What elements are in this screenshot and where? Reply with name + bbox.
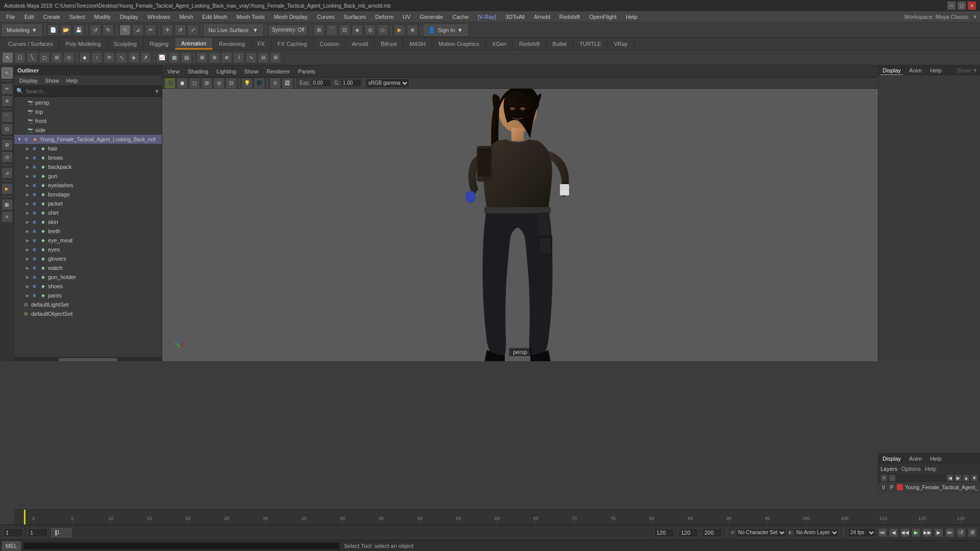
tab-rendering[interactable]: Rendering [213,38,252,49]
uv-mode-button[interactable]: ⊞ [51,52,62,63]
outliner-item-bondage[interactable]: ▶ ⊞ ◆ bondage [14,190,162,199]
show-manipulators[interactable]: ⊞ [2,139,13,151]
lasso-tool-button[interactable]: ⊿ [132,24,143,36]
menu-curves[interactable]: Curves [313,13,339,21]
ik-handle-button[interactable]: ⌇ [233,52,244,63]
mode-dropdown[interactable]: Modeling ▼ [2,24,42,36]
mute-key-button[interactable]: ✗ [140,52,152,63]
outliner-item-eye-meat[interactable]: ▶ ⊞ ◆ eye_meat [14,236,162,245]
viewport-menu-show[interactable]: Show [241,67,262,76]
layer-sub-options[interactable]: Options [901,466,921,472]
minimize-button[interactable]: ─ [947,2,955,10]
render-button[interactable]: ▶ [394,24,405,36]
tab-redshift[interactable]: Redshift [513,38,546,49]
vp-texture-icon[interactable]: 🖼 [282,78,293,89]
tab-animation[interactable]: Animation [175,38,213,49]
view-tool[interactable]: ◎ [2,152,13,163]
quick-layout-button[interactable]: ▦ [2,199,13,210]
outliner-item-shoes[interactable]: ▶ ⊞ ◆ shoes [14,282,162,291]
key-all-button[interactable]: ◆ [79,52,90,63]
snap-point-button[interactable]: ⊡ [339,24,350,36]
layer-scroll-right[interactable]: ▶ [954,474,962,482]
layer-scroll-down[interactable]: ▼ [971,474,978,482]
channel-box-button[interactable]: ≡ [2,211,13,222]
layer-add-button[interactable]: + [880,474,888,482]
end-frame-input[interactable] [654,528,674,537]
outliner-item-shirt[interactable]: ▶ ⊞ ◆ shirt [14,208,162,217]
menu-surfaces[interactable]: Surfaces [340,13,370,21]
layer-tab-help[interactable]: Help [928,455,944,463]
rotate-tool-button[interactable]: ↺ [175,24,186,36]
menu-mesh-display[interactable]: Mesh Display [270,13,312,21]
render-view-button[interactable]: ▶ [2,183,13,194]
tab-vray[interactable]: VRay [608,38,634,49]
loop-button[interactable]: ↺ [957,528,966,537]
face-mode-button[interactable]: ◻ [39,52,50,63]
menu-mesh-tools[interactable]: Mesh Tools [232,13,268,21]
select-tool-button[interactable]: ↖ [119,24,131,36]
symmetry-button[interactable]: Symmetry: Off [268,24,308,36]
fps-select[interactable]: 24 fps [848,528,876,537]
scale-tool-button[interactable]: ⤢ [187,24,199,36]
snap-live-button[interactable]: ◎ [364,24,376,36]
menu-openflight[interactable]: OpenFlight [585,13,621,21]
menu-select[interactable]: Select [65,13,89,21]
key-translate-button[interactable]: ↕ [91,52,103,63]
play-forward-button2[interactable]: ▶▶ [923,528,932,537]
menu-3dtoall[interactable]: 3DToAll [501,13,529,21]
viewport-canvas[interactable]: persp X Y Z [162,89,878,361]
menu-modify[interactable]: Modify [90,13,114,21]
outliner-item-main-group[interactable]: ▼ ⊞ ◈ Young_Female_Tactical_Agent_Lookin… [14,135,162,144]
tab-custom[interactable]: Custom [313,38,346,49]
new-scene-button[interactable]: 📄 [47,24,59,36]
outliner-item-watch[interactable]: ▶ ⊞ ◆ watch [14,263,162,272]
dope-sheet-button[interactable]: ▦ [168,52,180,63]
outliner-menu-display[interactable]: Display [16,77,41,85]
snap-button[interactable]: ⊿ [2,167,13,179]
tab-fx-caching[interactable]: FX Caching [272,38,313,49]
menu-help[interactable]: Help [622,13,642,21]
outliner-item-top[interactable]: 📷 top [14,107,162,116]
redo-button[interactable]: ↻ [103,24,114,36]
soft-select-button[interactable]: ⊙ [63,52,75,63]
select-tool[interactable]: ↖ [2,67,13,79]
outliner-item-persp[interactable]: 📷 persp [14,98,162,107]
menu-mesh[interactable]: Mesh [175,13,197,21]
outliner-item-eyelashes[interactable]: ▶ ⊞ ◆ eyelashes [14,181,162,190]
trax-editor-button[interactable]: ▤ [181,52,192,63]
outliner-item-brows[interactable]: ▶ ⊞ ◆ brows [14,153,162,162]
tab-curves-surfaces[interactable]: Curves / Surfaces [2,38,59,49]
key-scale-button[interactable]: ⤡ [116,52,127,63]
tab-mash[interactable]: MASH [403,38,432,49]
go-to-start-button[interactable]: ⏮ [878,528,887,537]
tab-motion-graphics[interactable]: Motion Graphics [432,38,486,49]
paint-tool[interactable]: ✏ [2,83,13,94]
outliner-item-pants[interactable]: ▶ ⊞ ◆ pants [14,291,162,300]
tab-bifrost[interactable]: Bifrost [375,38,403,49]
live-surface-dropdown[interactable]: No Live Surface ▼ [204,24,263,36]
outliner-item-default-object-set[interactable]: ⊙ defaultObjectSet [14,309,162,318]
tab-bullet[interactable]: Bullet [547,38,574,49]
vp-xray-icon[interactable]: ⊙ [270,78,281,89]
open-scene-button[interactable]: 📂 [60,24,71,36]
layer-scroll-up[interactable]: ▲ [963,474,970,482]
outliner-item-hair[interactable]: ▶ ⊞ ◆ hair [14,144,162,153]
outliner-item-teeth[interactable]: ▶ ⊞ ◆ teeth [14,227,162,236]
menu-redshift[interactable]: Redshift [555,13,584,21]
range-end-input[interactable] [702,528,722,537]
vp-lighting-icon[interactable]: 💡 [241,78,253,89]
vp-camera-icon[interactable]: 🎥 [164,78,176,89]
ipr-button[interactable]: ⊕ [407,24,418,36]
mel-python-toggle[interactable]: MEL [2,541,21,550]
outliner-item-skin[interactable]: ▶ ⊞ ◆ skin [14,217,162,227]
menu-windows[interactable]: Windows [143,13,175,21]
edge-mode-button[interactable]: ╲ [27,52,38,63]
key-rotate-button[interactable]: ⟳ [104,52,115,63]
menu-arnold[interactable]: Arnold [530,13,554,21]
constraint-point-button[interactable]: ⊕ [209,52,220,63]
viewport-menu-renderer[interactable]: Renderer [263,67,293,76]
close-button[interactable]: ✕ [968,2,976,10]
move-tool-button[interactable]: ✛ [162,24,173,36]
save-scene-button[interactable]: 💾 [73,24,84,36]
playback-options-button[interactable]: ⚙ [968,528,977,537]
